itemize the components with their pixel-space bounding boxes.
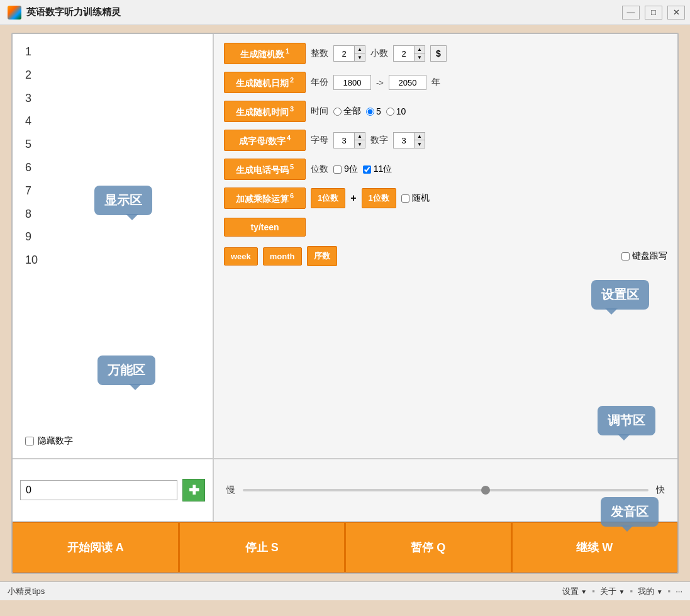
random-check[interactable] <box>401 194 409 203</box>
window-controls: — □ ✕ <box>622 6 685 20</box>
radio-all: 全部 <box>333 106 361 117</box>
stop-button[interactable]: 停止 S <box>179 522 345 573</box>
month-btn[interactable]: month <box>263 247 302 266</box>
dec-up-arrow[interactable]: ▲ <box>415 46 425 53</box>
number-item-4: 4 <box>25 109 200 133</box>
resume-button[interactable]: 继续 W <box>511 522 678 573</box>
int-down-arrow[interactable]: ▼ <box>355 53 365 61</box>
letter-input[interactable] <box>334 133 354 148</box>
letter-number-btn[interactable]: 成字母/数字4 <box>224 130 306 152</box>
number-item-1: 1 <box>25 40 200 64</box>
number-item-6: 6 <box>25 156 200 179</box>
number-item-8: 8 <box>25 203 200 226</box>
calc-btn[interactable]: 加减乘除运算6 <box>224 188 306 210</box>
date-words-row: week month 序数 键盘跟写 <box>224 244 667 268</box>
display-panel: 1 2 3 4 5 6 7 8 9 10 隐藏数字 <box>13 34 214 458</box>
year-to-input[interactable] <box>389 75 426 90</box>
num-up-arrow[interactable]: ▲ <box>415 133 425 140</box>
keyboard-check[interactable] <box>621 252 630 260</box>
op2-btn[interactable]: 1位数 <box>362 188 396 208</box>
answer-input[interactable] <box>20 480 177 500</box>
start-button[interactable]: 开始阅读 A <box>13 522 179 573</box>
radio-10: 10 <box>386 106 406 116</box>
op-symbol: + <box>350 193 356 204</box>
app-icon <box>8 6 21 20</box>
pause-button[interactable]: 暂停 Q <box>345 522 511 573</box>
keyboard-label: 键盘跟写 <box>632 250 667 262</box>
int-spinner: ▲ ▼ <box>333 45 365 62</box>
middle-section: ✚ 慢 快 <box>13 459 677 522</box>
hide-numbers-checkbox[interactable] <box>25 437 34 445</box>
letter-number-row: 成字母/数字4 字母 ▲ ▼ 数字 ▲ ▼ <box>224 128 667 152</box>
tyteen-btn[interactable]: ty/teen <box>224 218 306 237</box>
random-number-row: 生成随机数1 整数 ▲ ▼ 小数 ▲ ▼ <box>224 42 667 65</box>
letter-arrows: ▲ ▼ <box>354 133 365 148</box>
letter-down-arrow[interactable]: ▼ <box>355 140 365 148</box>
number-item-7: 7 <box>25 179 200 203</box>
num-down-arrow[interactable]: ▼ <box>415 140 425 148</box>
add-button[interactable]: ✚ <box>182 479 205 501</box>
minimize-button[interactable]: — <box>622 6 640 20</box>
radio-10-input[interactable] <box>386 108 394 116</box>
letter-spinner: ▲ ▼ <box>333 132 365 148</box>
int-input[interactable] <box>334 46 354 61</box>
slow-label: 慢 <box>226 484 235 496</box>
year-from-input[interactable] <box>333 75 371 90</box>
random-number-btn[interactable]: 生成随机数1 <box>224 43 306 65</box>
my-link[interactable]: 我的 ▼ <box>638 586 663 597</box>
number-item-3: 3 <box>25 87 200 110</box>
status-bar: 小精灵tips 设置 ▼ ▪ 关于 ▼ ▪ 我的 ▼ ▪ ··· <box>0 581 690 600</box>
random-time-row: 生成随机时间3 时间 全部 5 10 <box>224 99 667 123</box>
keyboard-check-item: 键盘跟写 <box>621 250 667 262</box>
week-btn[interactable]: week <box>224 247 258 266</box>
random-date-row: 生成随机日期2 年份 -> 年 <box>224 70 667 94</box>
random-time-btn[interactable]: 生成随机时间3 <box>224 101 306 123</box>
calc-row: 加减乘除运算6 1位数 + 1位数 随机 <box>224 186 667 210</box>
year-unit-label: 年 <box>431 77 440 88</box>
number-item-9: 9 <box>25 225 200 249</box>
dec-label: 小数 <box>370 48 388 59</box>
number-item-10: 10 <box>25 249 200 272</box>
int-up-arrow[interactable]: ▲ <box>355 46 365 53</box>
radio-10-label: 10 <box>396 106 406 116</box>
random-label: 随机 <box>412 193 430 204</box>
radio-all-input[interactable] <box>333 108 342 116</box>
ellipsis: ··· <box>676 586 682 596</box>
int-arrows: ▲ ▼ <box>354 46 365 61</box>
dollar-button[interactable]: $ <box>430 45 447 62</box>
check-11-input[interactable] <box>363 165 371 174</box>
num-spinner: ▲ ▼ <box>393 132 425 148</box>
letter-up-arrow[interactable]: ▲ <box>355 133 365 140</box>
maximize-button[interactable]: □ <box>645 6 662 20</box>
title-text: 英语数字听力训练精灵 <box>26 6 121 18</box>
phone-btn[interactable]: 生成电话号码5 <box>224 159 306 181</box>
num-arrows: ▲ ▼ <box>414 133 425 148</box>
number-item-5: 5 <box>25 133 200 156</box>
radio-5-input[interactable] <box>366 108 374 116</box>
dec-arrows: ▲ ▼ <box>414 46 425 61</box>
letter-label: 字母 <box>311 135 328 146</box>
check-9-input[interactable] <box>333 165 342 174</box>
dec-input[interactable] <box>394 46 414 61</box>
dec-down-arrow[interactable]: ▼ <box>415 53 425 61</box>
digit-label: 位数 <box>311 164 328 175</box>
close-button[interactable]: ✕ <box>667 6 685 20</box>
fast-label: 快 <box>656 484 665 496</box>
settings-panel: 生成随机数1 整数 ▲ ▼ 小数 ▲ ▼ <box>214 34 677 458</box>
hide-numbers-row: 隐藏数字 <box>25 430 200 452</box>
random-date-btn[interactable]: 生成随机日期2 <box>224 72 306 94</box>
num-input[interactable] <box>394 133 414 148</box>
check-9-label: 9位 <box>344 164 358 175</box>
radio-5: 5 <box>366 106 381 116</box>
op1-btn[interactable]: 1位数 <box>311 188 345 208</box>
add-icon: ✚ <box>189 483 199 498</box>
about-link[interactable]: 关于 ▼ <box>600 586 625 597</box>
ordinal-btn[interactable]: 序数 <box>307 246 337 266</box>
arrow-label: -> <box>376 78 384 87</box>
speed-slider[interactable] <box>243 489 648 491</box>
settings-link[interactable]: 设置 ▼ <box>562 586 587 597</box>
int-label: 整数 <box>311 48 328 59</box>
number-list: 1 2 3 4 5 6 7 8 9 10 <box>25 40 200 430</box>
num-label: 数字 <box>370 135 388 146</box>
time-radio-group: 全部 5 10 <box>333 106 406 117</box>
